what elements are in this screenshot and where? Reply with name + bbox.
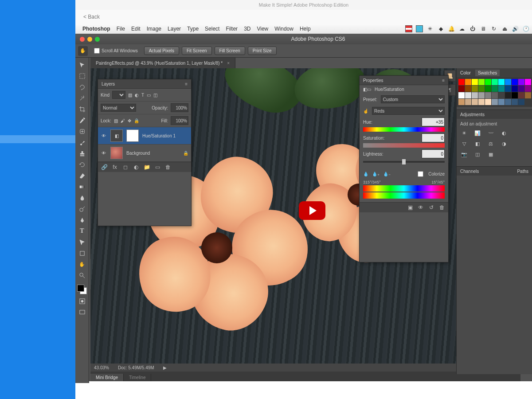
eyedropper-tool[interactable] — [76, 115, 88, 125]
menu-help[interactable]: Help — [300, 26, 311, 32]
trash-icon[interactable]: 🗑 — [164, 164, 172, 171]
status-cloud-icon[interactable]: ☁ — [458, 25, 466, 32]
move-tool[interactable] — [76, 59, 88, 70]
swatch[interactable] — [485, 86, 491, 92]
reset-icon[interactable]: ↺ — [428, 204, 435, 211]
channelmixer-adj-icon[interactable]: ◫ — [473, 150, 481, 158]
hue-input[interactable] — [422, 117, 445, 126]
swatch[interactable] — [492, 99, 498, 105]
swatch[interactable] — [465, 86, 471, 92]
bw-adj-icon[interactable]: ◑ — [500, 140, 508, 148]
menu-edit[interactable]: Edit — [131, 26, 141, 32]
eyedropper-minus-icon[interactable]: 💧₋ — [383, 172, 391, 176]
swatch[interactable] — [472, 79, 478, 85]
dodge-tool[interactable] — [76, 203, 88, 214]
status-zoom[interactable]: 43.03% — [94, 365, 109, 370]
swatch[interactable] — [485, 99, 491, 105]
swatch[interactable] — [525, 92, 531, 98]
window-close-button[interactable] — [80, 37, 85, 42]
marquee-tool[interactable] — [76, 70, 88, 81]
lightness-input[interactable] — [422, 149, 445, 158]
layers-panel-header[interactable]: Layers≡ — [98, 79, 191, 89]
path-tool[interactable] — [76, 237, 88, 247]
mask-icon[interactable]: ◻ — [122, 164, 129, 171]
status-arrow-icon[interactable]: ▶ — [163, 365, 167, 370]
swatch[interactable] — [505, 99, 511, 105]
hand-tool-icon[interactable]: ✋ — [78, 46, 88, 56]
back-link[interactable]: < Back — [83, 14, 100, 20]
color-tab[interactable]: Color — [460, 70, 471, 75]
saturation-input[interactable] — [422, 133, 445, 142]
panel-menu-icon[interactable]: ≡ — [442, 78, 445, 83]
swatch[interactable] — [512, 79, 518, 85]
menu-image[interactable]: Image — [147, 26, 161, 32]
color-range-bar-bottom[interactable] — [363, 192, 445, 199]
lock-transparency-icon[interactable]: ▨ — [114, 118, 118, 123]
paths-tab[interactable]: Paths — [517, 169, 528, 174]
fill-screen-button[interactable]: Fill Screen — [215, 47, 245, 55]
print-size-button[interactable]: Print Size — [248, 47, 277, 55]
hand-tool-2[interactable]: ✋ — [76, 259, 88, 270]
lightness-slider-track[interactable] — [363, 159, 445, 164]
swatch[interactable] — [485, 92, 491, 98]
filter-smart-icon[interactable]: ◫ — [153, 93, 157, 98]
swatch[interactable] — [478, 86, 485, 92]
swatch[interactable] — [498, 99, 505, 105]
layer-mask-thumb[interactable] — [126, 129, 139, 142]
colorize-check[interactable] — [418, 171, 423, 177]
swatch[interactable] — [458, 86, 465, 92]
bg-layer-thumb[interactable] — [110, 147, 123, 159]
swatch[interactable] — [512, 99, 518, 105]
swatch[interactable] — [458, 79, 465, 85]
targeted-adjustment-icon[interactable]: ☝ — [363, 109, 368, 113]
blur-tool[interactable] — [76, 192, 88, 203]
swatch[interactable] — [472, 86, 478, 92]
group-icon[interactable]: 📁 — [143, 164, 150, 171]
swatch[interactable] — [492, 92, 498, 98]
swatch[interactable] — [492, 86, 498, 92]
status-clock-icon[interactable]: 🕐 — [522, 25, 529, 32]
preset-select[interactable]: Custom — [381, 95, 445, 103]
gradient-tool[interactable] — [76, 181, 88, 192]
lock-all-icon[interactable]: 🔒 — [134, 118, 139, 123]
swatch[interactable] — [512, 92, 518, 98]
filter-pixel-icon[interactable]: ▧ — [128, 93, 132, 98]
swatch[interactable] — [478, 92, 485, 98]
swatch[interactable] — [525, 86, 531, 92]
pen-tool[interactable] — [76, 215, 88, 225]
new-adj-icon[interactable]: ◐ — [133, 164, 140, 171]
vibrance-adj-icon[interactable]: ▽ — [460, 140, 468, 148]
hue-slider-track[interactable] — [363, 127, 445, 132]
screenmode-toggle[interactable] — [76, 307, 88, 317]
document-tab[interactable]: PaintingEffects.psd @ 43.9% (Hue/Saturat… — [90, 58, 235, 68]
status-sync-icon[interactable]: ↻ — [490, 25, 497, 32]
layer-name[interactable]: Hue/Saturation 1 — [142, 133, 176, 138]
eyedropper-icon[interactable]: 💧 — [363, 172, 368, 176]
shape-tool[interactable] — [76, 248, 88, 258]
swatch[interactable] — [465, 99, 471, 105]
exposure-adj-icon[interactable]: ◐ — [500, 129, 508, 137]
swatch[interactable] — [465, 79, 471, 85]
swatch[interactable] — [472, 92, 478, 98]
window-minimize-button[interactable] — [87, 37, 92, 42]
status-display-icon[interactable]: 🖥 — [480, 25, 487, 32]
close-tab-icon[interactable]: × — [227, 61, 230, 66]
brush-tool[interactable] — [76, 137, 88, 148]
actual-pixels-button[interactable]: Actual Pixels — [144, 47, 179, 55]
layer-item-huesat[interactable]: 👁 ◧ Hue/Saturation 1 — [98, 127, 191, 145]
visibility-icon[interactable]: 👁 — [101, 151, 107, 156]
view-previous-icon[interactable]: 👁 — [417, 204, 424, 211]
swatch[interactable] — [465, 92, 471, 98]
status-eject-icon[interactable]: ⏏ — [501, 25, 508, 32]
menu-select[interactable]: Select — [205, 26, 219, 32]
history-brush-tool[interactable] — [76, 159, 88, 170]
layer-item-background[interactable]: 👁 Background 🔒 — [98, 145, 191, 162]
swatch[interactable] — [498, 86, 505, 92]
blend-mode-select[interactable]: Normal — [101, 104, 136, 112]
menu-file[interactable]: File — [117, 26, 125, 32]
swatch[interactable] — [505, 86, 511, 92]
swatch[interactable] — [518, 92, 524, 98]
filter-adj-icon[interactable]: ◐ — [135, 93, 139, 98]
swatch[interactable] — [512, 86, 518, 92]
layer-name[interactable]: Background — [126, 151, 150, 156]
